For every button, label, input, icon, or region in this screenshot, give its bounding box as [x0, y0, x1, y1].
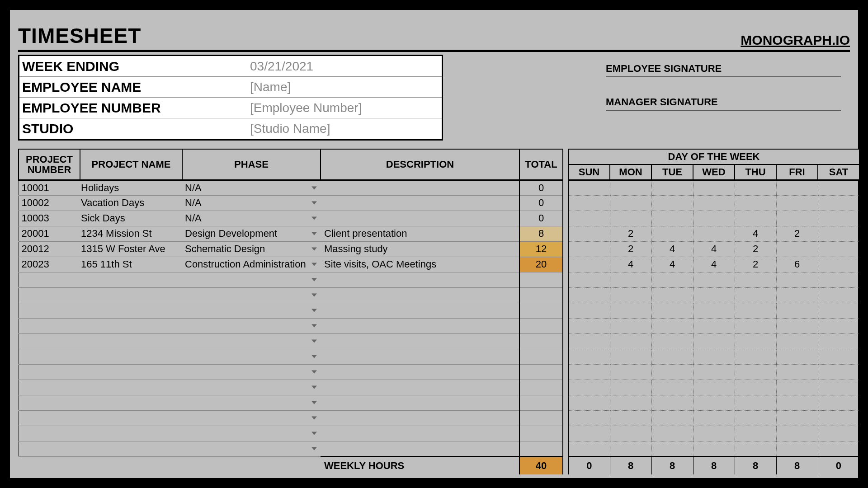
cell-project-number[interactable]	[19, 380, 80, 395]
cell-day[interactable]	[735, 364, 776, 380]
cell-day[interactable]	[610, 380, 651, 395]
cell-day[interactable]	[568, 380, 610, 395]
cell-day[interactable]	[568, 241, 610, 257]
cell-phase-dropdown[interactable]	[182, 441, 321, 456]
cell-day[interactable]	[818, 287, 859, 303]
cell-day[interactable]	[735, 426, 776, 441]
cell-day[interactable]	[651, 364, 693, 380]
cell-day[interactable]	[610, 333, 651, 349]
cell-day[interactable]	[693, 364, 735, 380]
cell-day[interactable]	[610, 180, 651, 195]
cell-day[interactable]	[568, 226, 610, 241]
cell-description[interactable]	[321, 426, 519, 441]
cell-day[interactable]	[651, 180, 693, 195]
cell-phase-dropdown[interactable]	[182, 349, 321, 364]
brand-link[interactable]: MONOGRAPH.IO	[741, 33, 850, 48]
cell-day[interactable]: 4	[693, 257, 735, 272]
cell-description[interactable]	[321, 180, 519, 195]
chevron-down-icon[interactable]	[311, 355, 317, 358]
cell-project-name[interactable]	[80, 287, 182, 303]
cell-project-name[interactable]	[80, 380, 182, 395]
chevron-down-icon[interactable]	[311, 248, 317, 251]
cell-day[interactable]	[776, 349, 818, 364]
chevron-down-icon[interactable]	[311, 371, 317, 374]
cell-day[interactable]	[818, 180, 859, 195]
cell-day[interactable]	[735, 211, 776, 226]
cell-project-name[interactable]: Sick Days	[80, 211, 182, 226]
cell-project-name[interactable]	[80, 441, 182, 456]
chevron-down-icon[interactable]	[311, 202, 317, 205]
chevron-down-icon[interactable]	[311, 340, 317, 343]
cell-day[interactable]	[776, 395, 818, 410]
week-ending-input[interactable]: 03/21/2021	[250, 59, 313, 74]
cell-phase-dropdown[interactable]	[182, 380, 321, 395]
cell-description[interactable]: Client presentation	[321, 226, 519, 241]
chevron-down-icon[interactable]	[311, 309, 317, 312]
cell-day[interactable]	[568, 303, 610, 318]
cell-day[interactable]	[693, 226, 735, 241]
cell-project-name[interactable]	[80, 272, 182, 287]
cell-project-number[interactable]: 20012	[19, 241, 80, 257]
chevron-down-icon[interactable]	[311, 417, 317, 420]
cell-project-name[interactable]	[80, 318, 182, 333]
cell-day[interactable]	[568, 257, 610, 272]
cell-day[interactable]	[776, 180, 818, 195]
cell-day[interactable]	[610, 410, 651, 426]
cell-description[interactable]: Site visits, OAC Meetings	[321, 257, 519, 272]
cell-day[interactable]	[568, 318, 610, 333]
cell-project-name[interactable]	[80, 349, 182, 364]
cell-day[interactable]	[568, 426, 610, 441]
chevron-down-icon[interactable]	[311, 232, 317, 235]
cell-day[interactable]	[693, 195, 735, 211]
cell-project-name[interactable]: 1234 Mission St	[80, 226, 182, 241]
cell-day[interactable]	[651, 211, 693, 226]
cell-day[interactable]	[818, 395, 859, 410]
cell-day[interactable]	[610, 364, 651, 380]
cell-day[interactable]: 2	[776, 226, 818, 241]
cell-day[interactable]	[568, 410, 610, 426]
cell-day[interactable]	[818, 318, 859, 333]
cell-day[interactable]	[735, 272, 776, 287]
cell-phase-dropdown[interactable]	[182, 287, 321, 303]
cell-day[interactable]	[776, 241, 818, 257]
cell-project-number[interactable]	[19, 364, 80, 380]
cell-day[interactable]	[693, 349, 735, 364]
cell-description[interactable]	[321, 195, 519, 211]
cell-day[interactable]: 4	[610, 257, 651, 272]
cell-phase-dropdown[interactable]: Construction Administration	[182, 257, 321, 272]
cell-day[interactable]	[693, 180, 735, 195]
cell-day[interactable]	[735, 195, 776, 211]
cell-description[interactable]	[321, 380, 519, 395]
cell-day[interactable]	[568, 272, 610, 287]
cell-day[interactable]	[776, 318, 818, 333]
cell-day[interactable]	[568, 441, 610, 456]
cell-day[interactable]	[776, 410, 818, 426]
cell-description[interactable]	[321, 410, 519, 426]
cell-phase-dropdown[interactable]: N/A	[182, 211, 321, 226]
chevron-down-icon[interactable]	[311, 432, 317, 435]
cell-project-number[interactable]	[19, 272, 80, 287]
cell-project-number[interactable]	[19, 395, 80, 410]
cell-day[interactable]	[610, 395, 651, 410]
cell-day[interactable]	[693, 318, 735, 333]
chevron-down-icon[interactable]	[311, 263, 317, 266]
cell-day[interactable]	[610, 426, 651, 441]
cell-day[interactable]	[693, 272, 735, 287]
cell-project-number[interactable]	[19, 410, 80, 426]
cell-day[interactable]	[610, 287, 651, 303]
cell-project-name[interactable]: 165 11th St	[80, 257, 182, 272]
cell-description[interactable]	[321, 272, 519, 287]
cell-day[interactable]	[610, 211, 651, 226]
cell-day[interactable]	[568, 211, 610, 226]
cell-day[interactable]	[735, 333, 776, 349]
cell-phase-dropdown[interactable]	[182, 410, 321, 426]
cell-day[interactable]	[818, 441, 859, 456]
cell-day[interactable]	[610, 303, 651, 318]
cell-day[interactable]	[776, 441, 818, 456]
cell-phase-dropdown[interactable]	[182, 272, 321, 287]
cell-day[interactable]	[818, 364, 859, 380]
cell-day[interactable]	[735, 441, 776, 456]
cell-day[interactable]	[818, 257, 859, 272]
cell-day[interactable]: 2	[735, 257, 776, 272]
cell-description[interactable]	[321, 333, 519, 349]
